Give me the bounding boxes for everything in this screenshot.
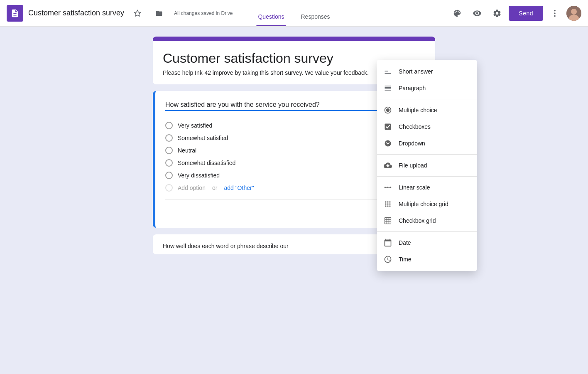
date-icon <box>384 239 392 247</box>
avatar[interactable] <box>566 6 581 21</box>
svg-point-16 <box>385 201 386 202</box>
add-other-link[interactable]: add "Other" <box>224 185 254 191</box>
palette-button[interactable] <box>449 5 466 22</box>
svg-point-23 <box>387 205 388 207</box>
svg-point-10 <box>385 140 391 147</box>
menu-label-date: Date <box>399 239 411 246</box>
menu-divider-3 <box>377 176 477 177</box>
svg-rect-31 <box>385 222 387 224</box>
folder-button[interactable] <box>151 5 167 22</box>
menu-divider-4 <box>377 231 477 232</box>
svg-point-5 <box>571 9 577 15</box>
radio-circle-3 <box>165 147 173 154</box>
star-button[interactable] <box>129 5 146 22</box>
main-content: Customer satisfaction survey Please help… <box>0 27 588 374</box>
paragraph-icon <box>384 84 392 92</box>
menu-label-short-answer: Short answer <box>399 68 433 75</box>
menu-label-linear-scale: Linear scale <box>399 184 430 191</box>
linear-scale-icon <box>384 183 392 192</box>
svg-point-12 <box>387 187 388 188</box>
svg-rect-25 <box>385 218 387 220</box>
app-icon <box>7 5 23 22</box>
document-title: Customer satisfaction survey <box>28 9 124 17</box>
menu-item-paragraph[interactable]: Paragraph <box>377 80 477 96</box>
menu-label-checkboxes: Checkboxes <box>399 123 431 130</box>
menu-item-date[interactable]: Date <box>377 234 477 251</box>
add-or-label: or <box>212 185 217 191</box>
send-button[interactable]: Send <box>509 6 543 21</box>
radio-circle-1 <box>165 122 173 129</box>
menu-item-file-upload[interactable]: File upload <box>377 157 477 174</box>
app-header: Customer satisfaction survey All changes… <box>0 0 588 27</box>
option-label-1: Very satisfied <box>178 122 212 129</box>
svg-point-18 <box>389 201 390 202</box>
menu-label-multiple-choice-grid: Multiple choice grid <box>399 201 448 207</box>
radio-circle-4 <box>165 159 173 167</box>
option-label-4: Somewhat dissatisfied <box>178 160 235 166</box>
tab-responses[interactable]: Responses <box>299 10 332 26</box>
file-upload-icon <box>384 161 392 170</box>
add-radio-circle <box>165 184 173 192</box>
time-icon <box>384 255 392 263</box>
question-type-dropdown: Short answer Paragraph Multiple choice <box>377 60 477 271</box>
svg-point-1 <box>554 10 556 11</box>
radio-circle-5 <box>165 172 173 179</box>
preview-button[interactable] <box>469 5 485 22</box>
menu-label-multiple-choice: Multiple choice <box>399 107 437 113</box>
header-left: Customer satisfaction survey All changes… <box>7 5 449 22</box>
more-options-button[interactable] <box>546 5 563 22</box>
add-option-label[interactable]: Add option <box>178 185 206 191</box>
short-answer-icon <box>384 67 392 76</box>
svg-rect-30 <box>389 220 391 222</box>
menu-item-short-answer[interactable]: Short answer <box>377 63 477 80</box>
menu-divider-1 <box>377 99 477 99</box>
menu-item-dropdown[interactable]: Dropdown <box>377 135 477 152</box>
menu-label-paragraph: Paragraph <box>399 85 426 91</box>
menu-item-multiple-choice[interactable]: Multiple choice <box>377 102 477 118</box>
header-right: Send <box>449 5 581 22</box>
svg-rect-28 <box>385 220 387 222</box>
menu-item-checkboxes[interactable]: Checkboxes <box>377 118 477 135</box>
save-status: All changes saved in Drive <box>174 10 233 16</box>
radio-circle-2 <box>165 134 173 142</box>
svg-point-22 <box>385 205 386 207</box>
menu-item-time[interactable]: Time <box>377 251 477 268</box>
svg-rect-26 <box>387 218 389 220</box>
settings-button[interactable] <box>489 5 505 22</box>
svg-point-21 <box>389 203 390 204</box>
menu-label-dropdown: Dropdown <box>399 140 425 147</box>
menu-item-linear-scale[interactable]: Linear scale <box>377 179 477 196</box>
checkboxes-icon <box>384 123 392 131</box>
svg-marker-0 <box>135 10 141 16</box>
svg-rect-32 <box>387 222 389 224</box>
menu-label-checkbox-grid: Checkbox grid <box>399 217 436 224</box>
multiple-choice-icon <box>384 106 392 114</box>
svg-point-8 <box>386 108 390 112</box>
menu-divider-2 <box>377 154 477 155</box>
svg-rect-29 <box>387 220 389 222</box>
option-label-2: Somewhat satisfied <box>178 135 228 141</box>
menu-label-time: Time <box>399 256 412 263</box>
svg-point-11 <box>385 187 386 188</box>
menu-label-file-upload: File upload <box>399 162 427 169</box>
menu-item-multiple-choice-grid[interactable]: Multiple choice grid <box>377 196 477 212</box>
menu-item-checkbox-grid[interactable]: Checkbox grid <box>377 212 477 229</box>
svg-point-19 <box>385 203 386 204</box>
option-label-5: Very dissatisfied <box>178 172 220 179</box>
svg-point-24 <box>389 205 390 207</box>
svg-point-3 <box>554 15 556 17</box>
svg-point-2 <box>554 12 556 14</box>
svg-rect-27 <box>389 218 391 220</box>
svg-point-13 <box>390 187 391 188</box>
tab-questions[interactable]: Questions <box>256 10 286 26</box>
checkbox-grid-icon <box>384 217 392 225</box>
svg-point-20 <box>387 203 388 204</box>
option-label-3: Neutral <box>178 147 196 154</box>
header-tabs: Questions Responses <box>256 0 331 26</box>
svg-point-17 <box>387 201 388 202</box>
multiple-choice-grid-icon <box>384 200 392 208</box>
dropdown-icon <box>384 139 392 148</box>
svg-rect-33 <box>389 222 391 224</box>
